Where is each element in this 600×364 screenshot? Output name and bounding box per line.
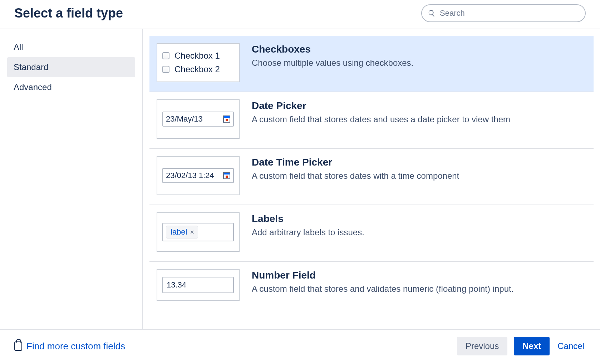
- preview-datetime: 23/02/13 1:24: [157, 156, 240, 195]
- cancel-link[interactable]: Cancel: [556, 341, 586, 351]
- sidebar-item-all[interactable]: All: [7, 37, 135, 57]
- previous-button-label: Previous: [466, 341, 499, 351]
- label-tag: label ×: [166, 226, 198, 238]
- preview-checkbox-label: Checkbox 1: [174, 51, 220, 61]
- preview-number-value: 13.34: [162, 277, 234, 293]
- dialog-header: Select a field type: [0, 0, 600, 29]
- remove-tag-icon: ×: [190, 228, 194, 236]
- field-type-info: Date Picker A custom field that stores d…: [252, 99, 586, 125]
- dialog-body: All Standard Advanced Checkbox 1 Checkbo…: [0, 29, 600, 329]
- preview-checkbox-row: Checkbox 1: [162, 51, 234, 61]
- search-input[interactable]: [421, 4, 586, 22]
- field-type-number[interactable]: 13.34 Number Field A custom field that s…: [149, 262, 594, 310]
- field-type-desc: A custom field that stores dates with a …: [252, 170, 586, 182]
- next-button-label: Next: [522, 341, 541, 351]
- sidebar-item-label: All: [14, 42, 23, 52]
- marketplace-icon: [14, 341, 22, 351]
- footer-button-row: Previous Next Cancel: [457, 337, 586, 355]
- checkbox-icon: [162, 66, 169, 73]
- field-type-desc: Choose multiple values using checkboxes.: [252, 57, 586, 69]
- find-more-link[interactable]: Find more custom fields: [14, 341, 125, 352]
- preview-date-value: 23/May/13: [166, 114, 220, 124]
- field-type-labels[interactable]: label × Labels Add arbitrary labels to i…: [149, 205, 594, 262]
- category-sidebar: All Standard Advanced: [0, 29, 143, 329]
- field-type-desc: Add arbitrary labels to issues.: [252, 227, 586, 238]
- field-type-info: Date Time Picker A custom field that sto…: [252, 156, 586, 182]
- field-type-date-time-picker[interactable]: 23/02/13 1:24 Date Time Picker A custom …: [149, 149, 594, 205]
- checkbox-icon: [162, 52, 169, 59]
- cancel-link-label: Cancel: [557, 341, 584, 351]
- field-type-title: Number Field: [252, 270, 586, 281]
- field-type-checkboxes[interactable]: Checkbox 1 Checkbox 2 Checkboxes Choose …: [149, 36, 594, 92]
- dialog-title: Select a field type: [14, 6, 123, 21]
- search-field-wrap: [421, 4, 586, 22]
- search-icon: [428, 9, 436, 17]
- label-tag-text: label: [171, 227, 187, 237]
- field-type-info: Labels Add arbitrary labels to issues.: [252, 212, 586, 238]
- field-type-desc: A custom field that stores and validates…: [252, 283, 586, 295]
- field-type-title: Checkboxes: [252, 44, 586, 55]
- field-type-info: Checkboxes Choose multiple values using …: [252, 43, 586, 69]
- preview-date-input: 23/May/13: [162, 112, 234, 127]
- preview-checkbox-label: Checkbox 2: [174, 64, 220, 74]
- preview-datetime-value: 23/02/13 1:24: [166, 171, 220, 180]
- field-type-date-picker[interactable]: 23/May/13 Date Picker A custom field tha…: [149, 92, 594, 149]
- field-type-title: Date Time Picker: [252, 157, 586, 168]
- field-type-list: Checkbox 1 Checkbox 2 Checkboxes Choose …: [143, 29, 600, 329]
- find-more-label: Find more custom fields: [26, 341, 125, 352]
- sidebar-item-label: Standard: [14, 62, 48, 72]
- preview-labels-input: label ×: [162, 223, 234, 241]
- field-type-info: Number Field A custom field that stores …: [252, 269, 586, 295]
- preview-number: 13.34: [157, 269, 240, 301]
- preview-datetime-input: 23/02/13 1:24: [162, 168, 234, 183]
- preview-labels: label ×: [157, 212, 240, 252]
- preview-checkboxes: Checkbox 1 Checkbox 2: [157, 43, 240, 82]
- field-type-title: Labels: [252, 213, 586, 225]
- dialog-footer: Find more custom fields Previous Next Ca…: [0, 329, 600, 364]
- preview-checkbox-row: Checkbox 2: [162, 64, 234, 74]
- next-button[interactable]: Next: [514, 337, 550, 355]
- field-type-desc: A custom field that stores dates and use…: [252, 114, 586, 125]
- field-type-title: Date Picker: [252, 100, 586, 112]
- calendar-icon: [223, 115, 230, 123]
- sidebar-item-advanced[interactable]: Advanced: [7, 77, 135, 97]
- calendar-icon: [223, 172, 230, 179]
- previous-button[interactable]: Previous: [457, 337, 507, 355]
- sidebar-item-label: Advanced: [14, 82, 52, 92]
- sidebar-item-standard[interactable]: Standard: [7, 57, 135, 77]
- preview-date: 23/May/13: [157, 99, 240, 139]
